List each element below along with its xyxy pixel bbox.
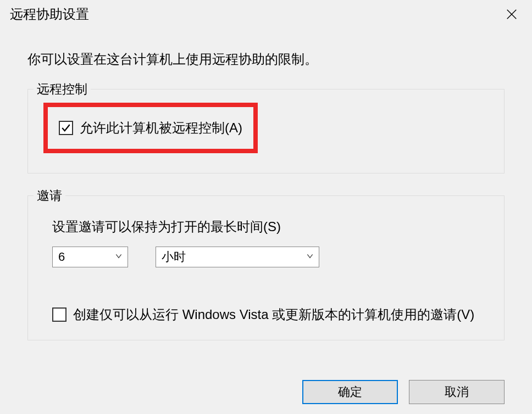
duration-unit-text: 小时	[162, 249, 186, 265]
highlight-annotation: 允许此计算机被远程控制(A)	[43, 103, 258, 153]
allow-remote-control-row: 允许此计算机被远程控制(A)	[59, 119, 242, 137]
allow-remote-control-checkbox[interactable]	[59, 121, 73, 135]
dialog-content: 你可以设置在这台计算机上使用远程协助的限制。 远程控制 允许此计算机被远程控制(…	[0, 29, 532, 373]
invitation-duration-label: 设置邀请可以保持为打开的最长时间(S)	[52, 218, 482, 236]
duration-value-combobox[interactable]: 6	[52, 247, 128, 267]
close-button[interactable]	[499, 4, 524, 24]
duration-unit-combobox[interactable]: 小时	[156, 247, 319, 267]
duration-value-text: 6	[58, 250, 65, 264]
description-text: 你可以设置在这台计算机上使用远程协助的限制。	[27, 51, 505, 68]
vista-only-label: 创建仅可以从运行 Windows Vista 或更新版本的计算机使用的邀请(V)	[73, 306, 474, 323]
vista-only-checkbox[interactable]	[52, 307, 66, 322]
allow-remote-control-label: 允许此计算机被远程控制(A)	[80, 119, 242, 137]
remote-control-legend: 远程控制	[34, 81, 91, 98]
chevron-down-icon	[306, 251, 314, 262]
remote-control-groupbox: 远程控制 允许此计算机被远程控制(A)	[27, 89, 505, 174]
window-title: 远程协助设置	[10, 5, 89, 23]
ok-button[interactable]: 确定	[302, 380, 398, 404]
invitations-groupbox: 邀请 设置邀请可以保持为打开的最长时间(S) 6 小时	[27, 195, 505, 340]
cancel-button[interactable]: 取消	[409, 380, 505, 404]
titlebar: 远程协助设置	[0, 0, 532, 29]
checkmark-icon	[61, 123, 71, 133]
close-icon	[506, 8, 518, 20]
vista-only-row: 创建仅可以从运行 Windows Vista 或更新版本的计算机使用的邀请(V)	[52, 306, 482, 323]
chevron-down-icon	[114, 251, 123, 262]
duration-combo-row: 6 小时	[52, 247, 482, 267]
invitations-legend: 邀请	[34, 187, 65, 204]
button-bar: 确定 取消	[302, 380, 505, 404]
